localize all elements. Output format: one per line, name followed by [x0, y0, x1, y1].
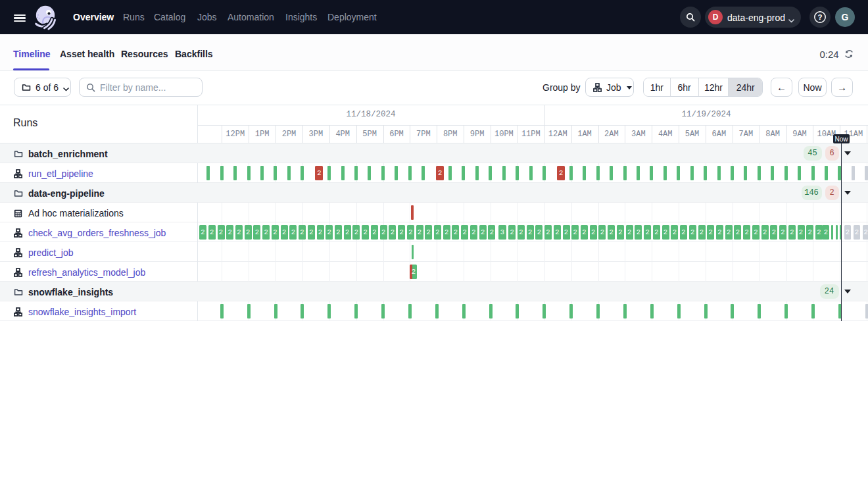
svg-text:?: ? — [817, 13, 822, 21]
